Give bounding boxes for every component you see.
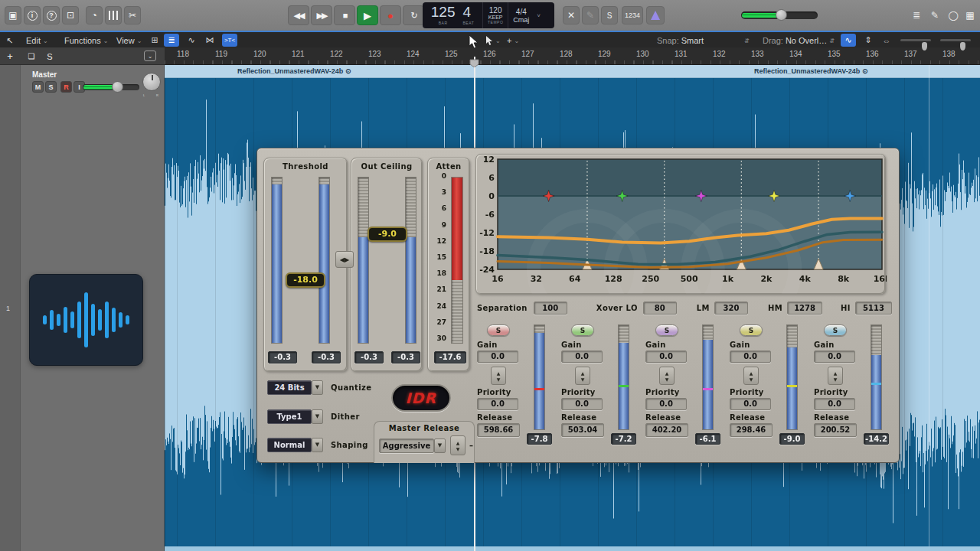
volume-thumb[interactable] bbox=[776, 9, 787, 21]
stepper-up-icon[interactable]: ▲ bbox=[456, 440, 460, 445]
release-field[interactable]: 598.66 bbox=[477, 423, 520, 437]
region-name-bar[interactable]: Reflection_UnmasteredWAV-24b ⊙ Reflectio… bbox=[165, 65, 980, 78]
help-icon[interactable]: ? bbox=[43, 6, 60, 24]
window-icon[interactable]: ⊡ bbox=[62, 6, 79, 24]
lcd-chevron-icon[interactable]: ˅ bbox=[534, 2, 544, 28]
quantize-dropdown-arrow[interactable]: ▼ bbox=[312, 380, 323, 395]
horizontal-zoom-icon[interactable]: ⇔ bbox=[879, 34, 894, 47]
secondary-tool[interactable]: +⌄ bbox=[507, 34, 519, 47]
duplicate-track-icon[interactable]: ❏ bbox=[24, 50, 38, 63]
solo-safe-icon[interactable]: S bbox=[601, 6, 618, 24]
add-track-button[interactable]: + bbox=[3, 50, 17, 63]
notepad-icon[interactable]: ✎ bbox=[926, 6, 943, 24]
band-solo-button[interactable]: S bbox=[740, 324, 763, 336]
shaping-dropdown-arrow[interactable]: ▼ bbox=[312, 438, 323, 452]
cycle-button[interactable]: ↻ bbox=[403, 5, 424, 25]
gain-field[interactable]: 0.0 bbox=[645, 350, 687, 363]
hzoom-handle[interactable] bbox=[960, 42, 965, 51]
list-view-icon[interactable]: ≣ bbox=[164, 34, 179, 47]
menu-edit[interactable]: Edit⌄ bbox=[26, 34, 48, 47]
priority-stepper[interactable]: ▲▼ bbox=[659, 367, 675, 385]
forward-button[interactable]: ▶▶ bbox=[311, 5, 332, 25]
mixer-icon[interactable] bbox=[105, 6, 122, 24]
priority-field[interactable]: 0.0 bbox=[477, 398, 518, 410]
master-release-dropdown-arrow[interactable]: ▼ bbox=[434, 439, 446, 453]
limiter-plugin-window[interactable]: Threshold -18.0 -0.3 -0.3 ◀▶ Out Ceiling… bbox=[256, 148, 900, 463]
dither-dropdown-arrow[interactable]: ▼ bbox=[312, 409, 323, 424]
info-icon[interactable]: i bbox=[24, 6, 41, 24]
solo-button[interactable]: S bbox=[45, 81, 57, 93]
waveform-zoom-icon[interactable]: ∿ bbox=[841, 34, 856, 47]
band-solo-button[interactable]: S bbox=[655, 324, 678, 336]
shield-x-icon[interactable]: ✕ bbox=[563, 6, 580, 24]
master-release-stepper[interactable]: ▲▼ bbox=[450, 435, 466, 455]
menu-functions[interactable]: Functions⌄ bbox=[64, 34, 108, 47]
gain-field[interactable]: 0.0 bbox=[814, 350, 855, 363]
xover-lo-field[interactable]: 80 bbox=[643, 302, 677, 315]
drag-menu[interactable]: Drag:No Overl…⇵ bbox=[763, 34, 835, 47]
xover-lm-field[interactable]: 320 bbox=[714, 302, 748, 315]
gain-field[interactable]: 0.0 bbox=[561, 350, 603, 363]
xover-hi-field[interactable]: 5113 bbox=[855, 302, 892, 315]
band-solo-button[interactable]: S bbox=[824, 324, 847, 336]
automation-icon[interactable]: ∿ bbox=[184, 34, 199, 47]
media-browser-icon[interactable]: ▦ bbox=[962, 6, 978, 24]
record-button[interactable]: ● bbox=[380, 5, 401, 25]
loop-browser-icon[interactable]: ◯ bbox=[945, 6, 962, 24]
track-icon-thumbnail[interactable] bbox=[29, 274, 143, 366]
out-ceiling-fader[interactable]: -9.0 bbox=[368, 227, 407, 242]
track-volume-thumb[interactable] bbox=[112, 81, 123, 93]
horizontal-zoom-slider[interactable] bbox=[940, 39, 971, 41]
priority-stepper[interactable]: ▲▼ bbox=[743, 367, 759, 385]
editors-list-icon[interactable]: ≣ bbox=[908, 6, 925, 24]
separation-field[interactable]: 100 bbox=[534, 302, 567, 315]
pointer-tool[interactable]: ⌄ bbox=[485, 34, 501, 47]
play-button[interactable]: ▶ bbox=[357, 5, 378, 25]
release-field[interactable]: 298.46 bbox=[730, 423, 773, 437]
vzoom-handle[interactable] bbox=[922, 42, 927, 51]
priority-stepper[interactable]: ▲▼ bbox=[828, 367, 843, 385]
shaping-dropdown[interactable]: Normal bbox=[267, 438, 312, 452]
release-field[interactable]: 402.20 bbox=[645, 423, 688, 437]
master-release-dropdown[interactable]: Aggressive bbox=[379, 439, 434, 453]
gain-field[interactable]: 0.0 bbox=[730, 350, 771, 363]
link-channels-button[interactable]: ◀▶ bbox=[335, 251, 354, 268]
bar-ruler[interactable]: 1181191201211221231241251261271281291301… bbox=[165, 47, 980, 65]
stop-button[interactable]: ■ bbox=[334, 5, 355, 25]
metronome-icon[interactable] bbox=[646, 6, 665, 24]
back-icon[interactable]: ↖ bbox=[6, 34, 13, 47]
snap-flex-icon[interactable]: >T< bbox=[222, 34, 237, 47]
record-enable-button[interactable]: R bbox=[60, 81, 72, 93]
priority-stepper[interactable]: ▲▼ bbox=[491, 367, 506, 385]
eq-graph-panel[interactable]: 1260-6-12-18-241632641282505001k2k4k8k16… bbox=[475, 154, 886, 295]
release-field[interactable]: 200.52 bbox=[814, 423, 857, 437]
grid-view-icon[interactable]: ⊞ bbox=[147, 34, 162, 47]
priority-field[interactable]: 0.0 bbox=[730, 398, 771, 410]
vertical-zoom-slider[interactable] bbox=[900, 39, 931, 41]
timer-icon[interactable]: ◔ bbox=[86, 6, 103, 24]
xover-hm-field[interactable]: 1278 bbox=[787, 302, 822, 315]
priority-field[interactable]: 0.0 bbox=[645, 398, 687, 410]
quantize-dropdown[interactable]: 24 Bits bbox=[267, 380, 312, 395]
band-solo-button[interactable]: S bbox=[487, 324, 510, 336]
global-solo-button[interactable]: S bbox=[43, 50, 57, 63]
priority-stepper[interactable]: ▲▼ bbox=[575, 367, 590, 385]
master-volume-slider[interactable] bbox=[741, 11, 818, 19]
pencil-icon[interactable]: ✎ bbox=[582, 6, 599, 24]
threshold-fader[interactable]: -18.0 bbox=[286, 272, 325, 288]
count-in-button[interactable]: 1234 bbox=[622, 6, 643, 24]
pan-knob[interactable] bbox=[142, 73, 161, 91]
mute-button[interactable]: M bbox=[32, 81, 44, 93]
band-solo-button[interactable]: S bbox=[571, 324, 594, 336]
menu-view[interactable]: View⌄ bbox=[116, 34, 142, 47]
gain-field[interactable]: 0.0 bbox=[477, 350, 518, 363]
drawer-icon[interactable]: ▣ bbox=[5, 6, 21, 24]
track-header-options-icon[interactable]: ⌄ bbox=[144, 51, 156, 61]
vertical-zoom-icon[interactable]: ⇕ bbox=[861, 34, 876, 47]
scissors-icon[interactable]: ✂ bbox=[124, 6, 141, 24]
flex-icon[interactable]: ⋈ bbox=[202, 34, 217, 47]
lcd-display[interactable]: 125BAR 4BEAT 120 KEEP TEMPO 4/4 Cmaj ˅ bbox=[423, 2, 554, 28]
rewind-button[interactable]: ◀◀ bbox=[288, 5, 309, 25]
release-field[interactable]: 503.04 bbox=[561, 423, 604, 437]
dither-dropdown[interactable]: Type1 bbox=[267, 409, 312, 424]
